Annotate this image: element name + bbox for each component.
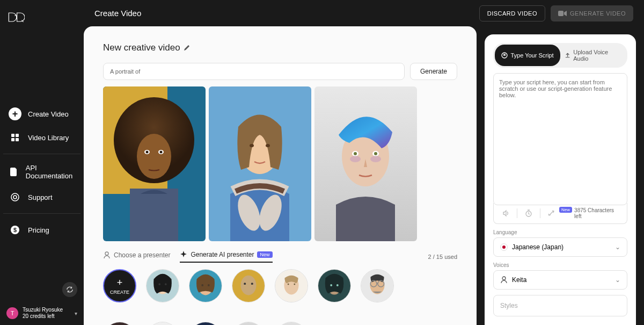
- tab-type-script[interactable]: Type Your Script: [495, 45, 560, 66]
- grid-icon: [9, 131, 21, 144]
- language-dropdown[interactable]: Japanese (Japan) ⌄: [493, 237, 627, 257]
- sparkle-icon: [180, 251, 187, 258]
- tab-upload-audio[interactable]: Upload Voice Audio: [560, 45, 626, 66]
- svg-point-48: [294, 284, 295, 285]
- logo: [0, 5, 84, 27]
- avatar-option[interactable]: [189, 322, 222, 325]
- styles-box[interactable]: Styles: [493, 295, 627, 316]
- nav-label: Pricing: [28, 226, 49, 234]
- svg-point-47: [288, 284, 289, 285]
- lifebuoy-icon: [9, 191, 21, 204]
- topbar: Create Video DISCARD VIDEO GENERATE VIDE…: [84, 0, 644, 26]
- user-menu[interactable]: T Tsuzuki Ryosuke 20 credits left ▾: [6, 307, 77, 320]
- svg-point-43: [244, 283, 246, 285]
- avatar-option[interactable]: [103, 322, 136, 325]
- generated-image[interactable]: [209, 86, 311, 241]
- chevron-down-icon: ▾: [75, 310, 77, 316]
- timer-icon[interactable]: [522, 206, 535, 220]
- main-panel: New creative video Generate Choose a pre…: [84, 26, 477, 325]
- usage-count: 2 / 15 used: [428, 254, 457, 260]
- avatar-option[interactable]: [146, 322, 179, 325]
- upload-icon: [565, 52, 570, 59]
- avatar-option[interactable]: [361, 269, 394, 302]
- language-label: Language: [493, 229, 627, 235]
- svg-point-16: [160, 151, 163, 154]
- svg-point-28: [354, 152, 357, 155]
- sidebar-item-support[interactable]: Support: [0, 185, 84, 209]
- svg-rect-1: [16, 134, 19, 137]
- svg-rect-0: [11, 134, 14, 137]
- pencil-icon[interactable]: [184, 45, 190, 51]
- camera-icon: [558, 10, 567, 17]
- svg-rect-3: [16, 138, 19, 141]
- avatar-option[interactable]: [318, 269, 351, 302]
- svg-point-51: [330, 284, 332, 286]
- divider: [3, 154, 80, 154]
- char-count: 3875 Characters left: [574, 207, 621, 219]
- generated-images: [103, 86, 457, 241]
- avatar-option[interactable]: [275, 269, 308, 302]
- plus-icon: +: [9, 107, 21, 120]
- nav-label: Support: [28, 193, 53, 201]
- svg-rect-73: [275, 322, 308, 325]
- svg-point-79: [502, 277, 506, 280]
- prompt-input[interactable]: [103, 63, 405, 80]
- avatar-option[interactable]: [232, 269, 265, 302]
- sidebar-item-create-video[interactable]: + Create Video: [0, 102, 84, 126]
- nav-label: Video Library: [28, 134, 69, 142]
- nav-label: Create Video: [28, 110, 69, 118]
- sidebar-item-video-library[interactable]: Video Library: [0, 126, 84, 149]
- script-panel: Type Your Script Upload Voice Audio New …: [485, 34, 636, 325]
- svg-rect-8: [558, 11, 564, 16]
- generate-button[interactable]: Generate: [410, 63, 457, 80]
- avatar: T: [6, 307, 18, 319]
- svg-rect-57: [104, 322, 136, 325]
- svg-rect-17: [130, 189, 178, 241]
- nav: + Create Video Video Library API Documen…: [0, 102, 84, 242]
- generate-video-button[interactable]: GENERATE VIDEO: [551, 5, 633, 21]
- generated-image[interactable]: [314, 86, 417, 241]
- nav-label: API Documentation: [26, 164, 75, 180]
- chevron-down-icon: ⌄: [615, 243, 620, 251]
- svg-rect-61: [147, 322, 179, 325]
- svg-point-31: [370, 156, 381, 162]
- svg-point-42: [240, 276, 256, 295]
- svg-point-52: [336, 284, 339, 286]
- script-textarea[interactable]: [493, 73, 627, 205]
- speaker-icon[interactable]: [499, 206, 513, 220]
- svg-point-40: [208, 284, 210, 286]
- svg-point-36: [165, 283, 167, 285]
- plus-icon: +: [117, 277, 123, 288]
- tab-choose-presenter[interactable]: Choose a presenter: [103, 251, 170, 262]
- user-credits: 20 credits left: [23, 313, 70, 320]
- dollar-icon: $: [9, 223, 21, 236]
- sidebar-item-api-docs[interactable]: API Documentation: [0, 158, 84, 185]
- svg-point-44: [251, 283, 253, 285]
- svg-point-4: [11, 193, 19, 201]
- sidebar-item-pricing[interactable]: $ Pricing: [0, 218, 84, 242]
- magic-icon[interactable]: [545, 206, 558, 220]
- avatar-option[interactable]: [232, 322, 265, 325]
- new-badge: New: [257, 251, 272, 258]
- svg-point-5: [13, 196, 17, 199]
- voice-dropdown[interactable]: Keita ⌄: [493, 270, 627, 290]
- svg-point-29: [374, 152, 377, 155]
- voices-label: Voices: [493, 262, 627, 268]
- sidebar: + Create Video Video Library API Documen…: [0, 0, 84, 325]
- chat-icon: [501, 52, 508, 59]
- divider: [3, 213, 80, 214]
- avatar-option[interactable]: [146, 269, 179, 302]
- avatar-option[interactable]: [189, 269, 222, 302]
- video-title: New creative video: [103, 42, 180, 53]
- page-title: Create Video: [94, 9, 141, 18]
- create-avatar-button[interactable]: + CREATE: [103, 269, 136, 302]
- svg-point-30: [350, 156, 361, 162]
- svg-text:$: $: [13, 227, 17, 233]
- svg-point-21: [266, 144, 270, 147]
- discard-button[interactable]: DISCARD VIDEO: [479, 5, 545, 21]
- svg-point-20: [250, 144, 254, 147]
- sync-button[interactable]: [62, 282, 77, 297]
- generated-image[interactable]: [103, 86, 206, 241]
- tab-generate-ai-presenter[interactable]: Generate AI presenter New: [180, 251, 272, 263]
- avatar-option[interactable]: [275, 322, 308, 325]
